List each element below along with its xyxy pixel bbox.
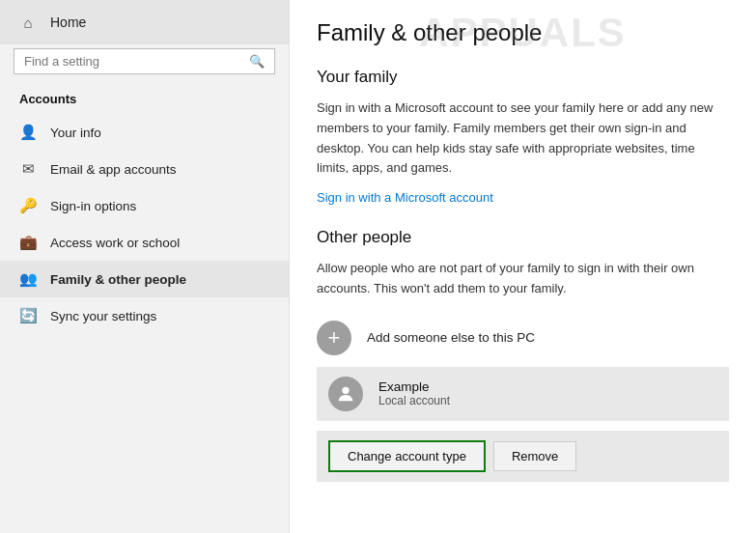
sidebar-item-sync-settings[interactable]: 🔄 Sync your settings: [0, 297, 289, 334]
app-container: ⌂ Home 🔍 Accounts 👤 Your info ✉ Email & …: [0, 0, 756, 533]
person-row: Example Local account: [317, 367, 729, 421]
sidebar-item-your-info[interactable]: 👤 Your info: [0, 114, 289, 151]
sidebar-item-email-app[interactable]: ✉ Email & app accounts: [0, 151, 289, 187]
person-actions: Change account type Remove: [317, 431, 729, 482]
sync-icon: 🔄: [19, 307, 37, 324]
plus-icon: +: [317, 321, 351, 355]
sidebar: ⌂ Home 🔍 Accounts 👤 Your info ✉ Email & …: [0, 0, 290, 533]
person-name: Example: [378, 379, 717, 394]
email-icon: ✉: [19, 160, 37, 178]
sidebar-item-sign-in[interactable]: 🔑 Sign-in options: [0, 187, 289, 224]
sidebar-item-label: Your info: [50, 126, 101, 140]
sidebar-item-label: Email & app accounts: [50, 162, 177, 177]
person-info: Example Local account: [378, 379, 717, 407]
other-people-heading: Other people: [317, 228, 729, 247]
add-person-label: Add someone else to this PC: [367, 330, 535, 345]
svg-point-0: [342, 386, 349, 393]
people-icon: 👥: [19, 270, 37, 288]
other-people-description: Allow people who are not part of your fa…: [317, 259, 729, 299]
home-icon: ⌂: [19, 14, 37, 31]
sidebar-search-box[interactable]: 🔍: [14, 48, 275, 74]
briefcase-icon: 💼: [19, 234, 37, 251]
sidebar-item-family-other[interactable]: 👥 Family & other people: [0, 261, 289, 297]
other-people-section: Other people Allow people who are not pa…: [317, 228, 729, 482]
home-label: Home: [50, 14, 86, 30]
avatar: [328, 377, 363, 411]
key-icon: 🔑: [19, 197, 37, 214]
page-title: Family & other people: [317, 19, 729, 46]
person-icon: 👤: [19, 124, 37, 141]
sidebar-item-label: Sync your settings: [50, 309, 156, 323]
change-account-type-button[interactable]: Change account type: [328, 440, 486, 472]
ms-account-link[interactable]: Sign in with a Microsoft account: [317, 190, 729, 205]
avatar-icon: [335, 383, 356, 405]
remove-button[interactable]: Remove: [493, 441, 576, 471]
add-person-row[interactable]: + Add someone else to this PC: [317, 311, 729, 365]
search-input[interactable]: [24, 54, 249, 69]
sidebar-item-label: Access work or school: [50, 236, 180, 250]
your-family-heading: Your family: [317, 68, 729, 87]
sidebar-item-work-school[interactable]: 💼 Access work or school: [0, 224, 289, 261]
main-content: APPUALS Family & other people Your famil…: [290, 0, 756, 533]
sidebar-item-label: Sign-in options: [50, 199, 136, 213]
sidebar-section-title: Accounts: [0, 84, 289, 114]
search-icon: 🔍: [249, 54, 265, 69]
person-account-type: Local account: [378, 394, 717, 407]
your-family-description: Sign in with a Microsoft account to see …: [317, 98, 729, 179]
sidebar-item-label: Family & other people: [50, 272, 186, 287]
sidebar-home-button[interactable]: ⌂ Home: [0, 0, 289, 44]
